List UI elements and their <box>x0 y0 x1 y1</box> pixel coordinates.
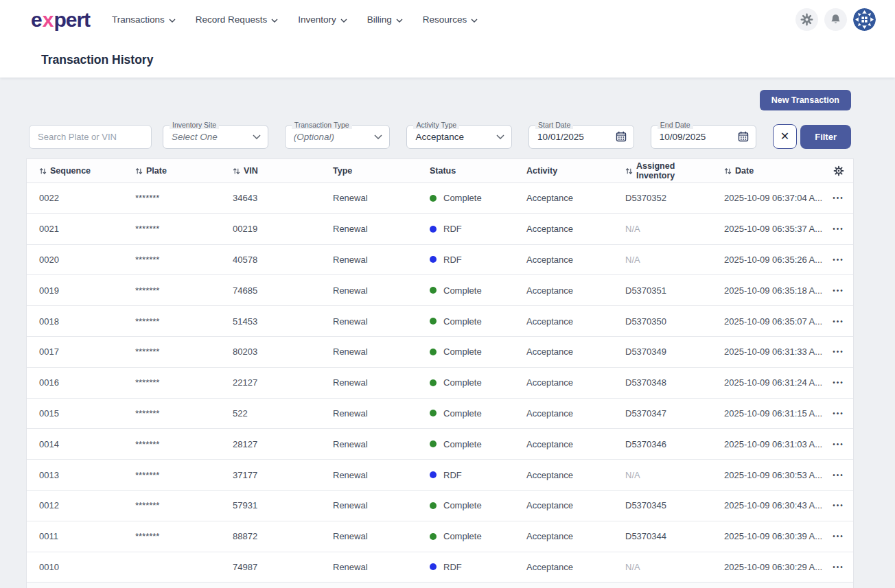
table-row[interactable]: 0011*******88872RenewalCompleteAcceptanc… <box>27 521 853 552</box>
cell-activity: Acceptance <box>514 346 613 357</box>
cell-actions: ••• <box>822 530 855 543</box>
bell-icon <box>830 14 841 25</box>
status-dot <box>430 287 437 294</box>
table-row[interactable]: 0015*******522RenewalCompleteAcceptanceD… <box>27 399 853 430</box>
clear-filters-button[interactable]: ✕ <box>773 124 798 149</box>
row-actions-button[interactable]: ••• <box>831 561 846 574</box>
cell-activity: Acceptance <box>514 531 613 541</box>
chevron-down-icon <box>471 19 478 23</box>
nav-item-transactions[interactable]: Transactions <box>112 14 176 25</box>
main-content: New Transaction Inventory Site Select On… <box>0 90 895 588</box>
sort-icon <box>233 167 240 175</box>
status-dot <box>430 440 437 447</box>
cell-type: Renewal <box>321 500 417 510</box>
column-header-sequence[interactable]: Sequence <box>27 166 123 176</box>
status-dot <box>430 502 437 509</box>
calendar-icon <box>616 131 627 142</box>
filter-button[interactable]: Filter <box>800 125 851 149</box>
logo-text-2: pert <box>54 8 90 31</box>
cell-date: 2025-10-09 06:30:43 A... <box>712 500 822 510</box>
table-row[interactable]: 0018*******51453RenewalCompleteAcceptanc… <box>27 306 853 337</box>
cell-assigned-inventory: D5370345 <box>613 500 712 510</box>
table-row[interactable]: 0013*******37177RenewalRDFAcceptanceN/A2… <box>27 460 853 491</box>
field-value: 10/09/2025 <box>660 132 738 142</box>
settings-button[interactable] <box>795 8 818 31</box>
cell-status: RDF <box>417 562 514 572</box>
nav-item-record-requests[interactable]: Record Requests <box>196 14 278 25</box>
cell-type: Renewal <box>321 377 417 388</box>
end-date-input[interactable]: End Date 10/09/2025 <box>651 125 756 149</box>
column-header-assigned_inventory[interactable]: Assigned Inventory <box>613 161 712 180</box>
cell-date: 2025-10-09 06:35:07 A... <box>712 316 822 327</box>
field-value: Select One <box>172 132 253 142</box>
logo-text: e <box>31 8 42 31</box>
avatar[interactable] <box>853 8 876 31</box>
table-row[interactable]: 0017*******80203RenewalCompleteAcceptanc… <box>27 337 853 368</box>
table-row[interactable]: 0022*******34643RenewalCompleteAcceptanc… <box>27 183 853 214</box>
row-actions-button[interactable]: ••• <box>831 315 846 328</box>
filter-bar: Inventory Site Select One Transaction Ty… <box>29 124 851 149</box>
row-actions-button[interactable]: ••• <box>831 407 846 420</box>
brand-logo[interactable]: expert <box>31 10 90 30</box>
cell-actions: ••• <box>822 376 855 389</box>
row-actions-button[interactable]: ••• <box>831 253 846 266</box>
cell-actions: ••• <box>822 222 855 235</box>
notifications-button[interactable] <box>824 8 847 31</box>
column-header-plate[interactable]: Plate <box>123 166 220 176</box>
cell-actions: ••• <box>822 561 855 574</box>
nav-item-billing[interactable]: Billing <box>367 14 403 25</box>
cell-vin: 22127 <box>220 377 321 388</box>
cell-status: Complete <box>417 439 514 449</box>
cell-plate: ******* <box>123 346 220 357</box>
table-settings-button[interactable] <box>822 165 855 176</box>
table-row[interactable]: 0012*******57931RenewalCompleteAcceptanc… <box>27 491 853 521</box>
cell-vin: 522 <box>220 408 321 419</box>
nav-item-resources[interactable]: Resources <box>423 14 478 25</box>
cell-vin: 80203 <box>220 346 321 357</box>
activity-type-select[interactable]: Activity Type Acceptance <box>406 125 512 149</box>
nav-item-inventory[interactable]: Inventory <box>298 14 347 25</box>
cell-status: Complete <box>417 285 514 296</box>
start-date-input[interactable]: Start Date 10/01/2025 <box>528 125 634 149</box>
row-actions-button[interactable]: ••• <box>831 376 846 389</box>
top-header: expert Transactions Record Requests Inve… <box>0 0 895 78</box>
logo-x: x <box>42 8 54 31</box>
search-input[interactable] <box>29 125 152 149</box>
cell-plate: ******* <box>123 224 220 234</box>
row-actions-button[interactable]: ••• <box>831 284 846 297</box>
cell-status: Complete <box>417 408 514 419</box>
table-row[interactable]: 0021*******00219RenewalRDFAcceptanceN/A2… <box>27 214 853 245</box>
inventory-site-select[interactable]: Inventory Site Select One <box>163 125 268 149</box>
row-actions-button[interactable]: ••• <box>831 469 846 482</box>
row-actions-button[interactable]: ••• <box>831 499 846 512</box>
cell-assigned-inventory: N/A <box>613 255 712 265</box>
row-actions-button[interactable]: ••• <box>831 222 846 235</box>
field-label: Activity Type <box>413 121 459 130</box>
status-label: Complete <box>443 408 482 419</box>
table-row[interactable]: 0019*******74685RenewalCompleteAcceptanc… <box>27 275 853 306</box>
cell-sequence: 0015 <box>27 408 123 419</box>
cell-date: 2025-10-09 06:35:26 A... <box>712 255 822 265</box>
row-actions-button[interactable]: ••• <box>831 530 846 543</box>
main-nav: Transactions Record Requests Inventory B… <box>112 14 478 25</box>
cell-activity: Acceptance <box>514 439 613 449</box>
cell-activity: Acceptance <box>514 562 613 572</box>
cell-plate: ******* <box>123 255 220 265</box>
cell-date: 2025-10-09 06:30:53 A... <box>712 470 822 480</box>
status-label: Complete <box>443 439 482 449</box>
new-transaction-button[interactable]: New Transaction <box>760 90 851 110</box>
cell-vin: 00219 <box>220 224 321 234</box>
table-row[interactable]: 001074987RenewalRDFAcceptanceN/A2025-10-… <box>27 552 853 583</box>
row-actions-button[interactable]: ••• <box>831 191 846 204</box>
transaction-type-select[interactable]: Transaction Type (Optional) <box>285 125 391 149</box>
row-actions-button[interactable]: ••• <box>831 438 846 451</box>
row-actions-button[interactable]: ••• <box>831 345 846 358</box>
cell-sequence: 0017 <box>27 346 123 357</box>
table-row[interactable]: 0020*******40578RenewalRDFAcceptanceN/A2… <box>27 245 853 276</box>
table-row[interactable]: 0016*******22127RenewalCompleteAcceptanc… <box>27 368 853 399</box>
cell-type: Renewal <box>321 193 417 203</box>
column-header-vin[interactable]: VIN <box>220 166 321 176</box>
column-header-date[interactable]: Date <box>712 166 822 176</box>
cell-plate: ******* <box>123 500 220 510</box>
table-row[interactable]: 0014*******28127RenewalCompleteAcceptanc… <box>27 429 853 460</box>
